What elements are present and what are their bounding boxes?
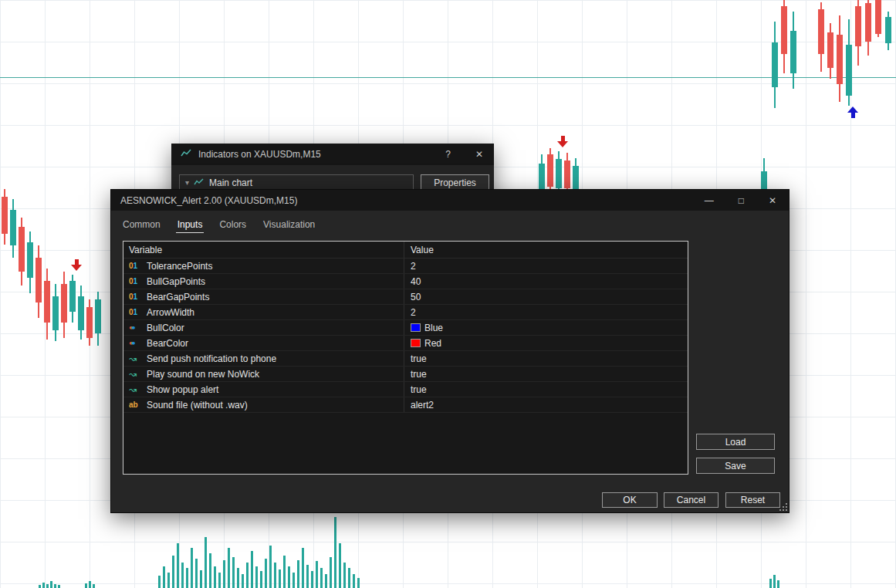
col-header-variable: Variable [123,242,404,258]
close-icon[interactable]: ✕ [475,149,483,160]
down-arrow-marker [557,136,568,147]
param-name-cell: ●●●BullColor [123,320,404,335]
param-row[interactable]: ●●●BullColorBlue [123,320,688,336]
candle-body [52,296,59,330]
volume-bar [325,574,327,588]
param-value-cell[interactable]: true [404,367,688,381]
properties-button[interactable]: Properties [421,174,489,191]
reset-button[interactable]: Reset [725,492,780,508]
volume-bar [283,556,286,588]
param-name-cell: abSound file (without .wav) [123,397,404,412]
param-row[interactable]: 01BullGapPoints40 [123,274,688,289]
volume-bar [302,548,304,588]
volume-bar [163,566,165,588]
text-param-icon: ab [129,400,143,409]
color-param-icon: ●●● [129,340,143,346]
load-button[interactable]: Load [696,434,775,450]
candle-body [78,296,84,330]
main-chart-tree-item[interactable]: ▾ Main chart [179,174,414,191]
param-value-cell[interactable]: Red [404,336,688,350]
volume-bar [89,581,91,588]
color-param-icon: ●●● [129,324,143,331]
bool-param-icon: ↝ [129,353,143,364]
volume-bar [311,571,313,588]
col-header-value: Value [404,242,688,258]
tab-visualization[interactable]: Visualization [262,218,316,233]
param-value-cell[interactable]: true [404,351,688,366]
volume-bar [195,559,198,588]
candle-body [86,307,93,338]
volume-bar [181,563,184,588]
candle-body [69,281,76,312]
param-value-cell[interactable]: Blue [404,320,688,335]
candle-body [875,0,881,34]
tree-item-label: Main chart [209,177,252,188]
volume-bar [39,585,41,588]
volume-bar [214,566,216,588]
volume-bar [218,573,221,588]
volume-bar [353,574,355,588]
volume-bar [288,566,290,588]
candle-body [95,299,101,333]
params-table: Variable Value 01TolerancePoints201BullG… [123,241,688,475]
volume-bar [228,548,230,588]
volume-bar [292,573,295,588]
param-row[interactable]: 01BearGapPoints50 [123,289,688,305]
number-param-icon: 01 [129,262,143,270]
indicators-dialog-titlebar[interactable]: Indicators on XAUUSDm,M15 ? ✕ [171,144,494,165]
help-button[interactable]: ? [445,149,451,160]
bool-param-icon: ↝ [129,384,143,395]
tab-inputs[interactable]: Inputs [176,218,205,233]
param-value-cell[interactable]: 50 [404,289,688,304]
cancel-button[interactable]: Cancel [664,492,718,508]
param-row[interactable]: 01TolerancePoints2 [123,259,688,274]
indicators-dialog-title: Indicators on XAUUSDm,M15 [198,149,321,160]
volume-bar [269,546,272,588]
param-value-cell[interactable]: 2 [404,305,688,319]
minimize-icon[interactable]: — [705,195,714,206]
param-row[interactable]: 01ArrowWidth2 [123,305,688,320]
tab-colors[interactable]: Colors [218,218,248,233]
candle-body [44,281,50,323]
param-row[interactable]: ↝Show popup alerttrue [123,382,688,397]
volume-bar [279,569,281,588]
param-row[interactable]: abSound file (without .wav)alert2 [123,397,688,413]
chevron-down-icon[interactable]: ▾ [185,178,189,187]
resize-grip[interactable] [779,502,787,511]
close-icon[interactable]: ✕ [769,195,776,206]
param-value-cell[interactable]: true [404,382,688,397]
volume-bar [316,561,318,588]
candle-body [855,6,861,46]
volume-bar [58,585,60,588]
volume-bar [200,570,202,588]
param-row[interactable]: ↝Send push notification to phonetrue [123,351,688,367]
param-row[interactable]: ●●●BearColorRed [123,336,688,351]
price-level-line [0,77,896,78]
dialog-titlebar[interactable]: AESNOWICK_Alert 2.00 (XAUUSDm,M15) — □ ✕ [111,190,789,211]
volume-bar [343,563,346,588]
indicators-icon [181,149,192,160]
volume-bar [777,580,779,588]
param-name-cell: ↝Show popup alert [123,382,404,397]
volume-bar [42,583,45,588]
param-value-cell[interactable]: alert2 [404,397,688,412]
ok-button[interactable]: OK [602,492,658,508]
candle-body [547,154,553,187]
volume-bar [357,578,360,588]
candle-body [556,159,562,188]
save-button[interactable]: Save [696,458,775,474]
maximize-icon[interactable]: □ [739,195,744,206]
volume-bar [334,517,336,588]
param-name-cell: 01BullGapPoints [123,274,404,289]
param-name-cell: 01BearGapPoints [123,289,404,304]
line-chart-icon [194,177,205,188]
volume-bar [209,553,211,588]
number-param-icon: 01 [129,308,143,316]
tab-common[interactable]: Common [121,218,162,233]
candle-body [865,3,871,42]
param-name-cell: ↝Play sound on new NoWick [123,367,404,381]
param-row[interactable]: ↝Play sound on new NoWicktrue [123,367,688,382]
param-value-cell[interactable]: 40 [404,274,688,289]
candle-body [2,197,8,234]
param-value-cell[interactable]: 2 [404,259,688,273]
